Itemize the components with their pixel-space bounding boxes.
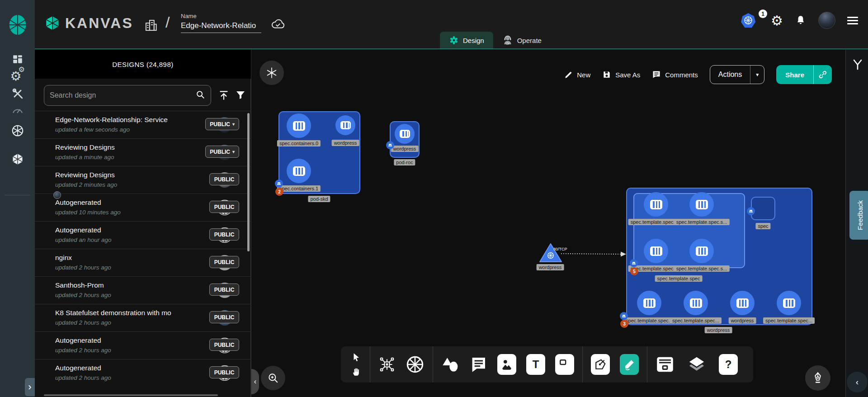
- pen-mode-button[interactable]: [805, 365, 830, 391]
- edge-arrow: [560, 249, 628, 259]
- container-node[interactable]: [644, 192, 668, 217]
- pen-tool[interactable]: [591, 354, 610, 375]
- visibility-badge[interactable]: PUBLIC ▾: [209, 201, 239, 213]
- visibility-badge[interactable]: PUBLIC ▾: [205, 118, 239, 130]
- design-name-input[interactable]: [181, 21, 261, 33]
- visibility-badge[interactable]: PUBLIC ▾: [209, 173, 239, 185]
- select-cursor-tool[interactable]: [351, 352, 361, 362]
- dashboard-icon[interactable]: [0, 53, 35, 65]
- node-group-spec[interactable]: [751, 197, 775, 220]
- configuration-tools-icon[interactable]: [0, 88, 35, 99]
- container-node[interactable]: [637, 291, 661, 315]
- canvas-menu-button[interactable]: [259, 61, 284, 85]
- group-label: pod-skd: [308, 196, 330, 202]
- designs-scrollbar-thumb[interactable]: [247, 113, 250, 251]
- designs-horizontal-scrollbar[interactable]: [44, 394, 218, 396]
- panel-collapse-handle[interactable]: ‹: [251, 369, 259, 394]
- container-node[interactable]: [684, 291, 708, 315]
- design-list-item[interactable]: Autogenerated updated an hour ago PUBLIC…: [35, 221, 251, 249]
- kanvas-brand[interactable]: KANVAS: [44, 14, 133, 32]
- notifications-bell-icon[interactable]: [795, 14, 807, 26]
- service-node-wordpress[interactable]: [538, 242, 563, 265]
- comment-tool[interactable]: [469, 355, 487, 373]
- right-rail-collapse-button[interactable]: ‹: [847, 372, 868, 392]
- tab-design[interactable]: Design: [440, 32, 493, 49]
- error-count-badge[interactable]: 3: [620, 320, 628, 328]
- design-list-item[interactable]: Reviewing Designs updated 2 minutes ago …: [35, 166, 251, 194]
- text-tool[interactable]: T: [526, 354, 545, 375]
- settings-gear-icon[interactable]: ⚙: [771, 13, 783, 28]
- container-node[interactable]: [335, 115, 355, 135]
- chevron-down-icon[interactable]: ▾: [750, 66, 764, 84]
- design-list-item[interactable]: Autogenerated updated 2 hours ago PUBLIC…: [35, 331, 251, 359]
- container-node[interactable]: [689, 192, 714, 217]
- design-list-item[interactable]: Edge-Network-Relationship: Service updat…: [35, 111, 251, 138]
- pan-hand-tool[interactable]: [351, 367, 361, 377]
- design-list-item[interactable]: nginx updated 2 hours ago PUBLIC ▾: [35, 249, 251, 276]
- components-mesh-tool[interactable]: [378, 356, 396, 373]
- design-list-item[interactable]: Reviewing Designs updated a minute ago P…: [35, 138, 251, 166]
- visibility-badge[interactable]: PUBLIC ▾: [209, 311, 239, 323]
- design-name: Autogenerated: [55, 226, 175, 234]
- copy-link-icon[interactable]: [814, 65, 832, 84]
- container-node[interactable]: [777, 291, 801, 315]
- user-avatar[interactable]: [818, 12, 835, 29]
- design-list-item[interactable]: K8 Statefulset demonstration with mo upd…: [35, 304, 251, 331]
- visibility-badge[interactable]: PUBLIC ▾: [209, 339, 239, 351]
- design-list-item[interactable]: Autogenerated updated 2 hours ago PUBLIC…: [35, 359, 251, 387]
- menu-icon[interactable]: [847, 15, 858, 26]
- visibility-badge[interactable]: PUBLIC ▾: [209, 366, 239, 378]
- organization-building-icon[interactable]: [144, 18, 158, 33]
- error-count-badge[interactable]: 2: [275, 188, 283, 196]
- visibility-badge[interactable]: PUBLIC ▾: [209, 228, 239, 241]
- design-list-item[interactable]: Santhosh-Prom updated 2 hours ago PUBLIC…: [35, 276, 251, 304]
- search-input[interactable]: [50, 91, 195, 99]
- error-count-badge[interactable]: 5: [630, 267, 638, 275]
- search-icon[interactable]: [195, 90, 205, 101]
- upload-icon[interactable]: [218, 90, 230, 103]
- visibility-badge[interactable]: PUBLIC ▾: [205, 146, 239, 158]
- container-node[interactable]: [644, 239, 668, 263]
- performance-speedometer-icon[interactable]: [0, 105, 35, 115]
- container-node[interactable]: [395, 124, 415, 144]
- collaborator-avatar: [53, 191, 61, 199]
- design-list-item[interactable]: Autogenerated updated 10 minutes ago PUB…: [35, 194, 251, 221]
- sidebar-expand-button[interactable]: ›: [25, 378, 35, 396]
- comments-button[interactable]: Comments: [652, 70, 698, 79]
- note-tool[interactable]: [555, 354, 574, 375]
- container-node[interactable]: [730, 291, 755, 315]
- container-icon: [340, 121, 351, 129]
- image-tool[interactable]: [497, 354, 516, 375]
- visibility-badge[interactable]: PUBLIC ▾: [209, 256, 239, 268]
- zoom-button[interactable]: [261, 366, 285, 390]
- merge-y-icon[interactable]: [852, 59, 863, 72]
- save-as-button[interactable]: Save As: [602, 70, 640, 79]
- container-node[interactable]: [689, 239, 714, 263]
- sidebar-divider: [5, 195, 30, 195]
- visibility-badge[interactable]: PUBLIC ▾: [209, 284, 239, 296]
- container-node[interactable]: [287, 113, 311, 138]
- design-updated-timestamp: updated an hour ago: [55, 236, 112, 243]
- layers-tool[interactable]: [687, 355, 706, 374]
- draw-freehand-tool[interactable]: [620, 354, 639, 375]
- lifecycle-gears-icon[interactable]: ⚙⚙: [0, 69, 35, 84]
- design-updated-timestamp: updated a few seconds ago: [55, 126, 130, 133]
- shapes-tool[interactable]: [441, 356, 459, 373]
- filter-icon[interactable]: [235, 90, 246, 102]
- node-label: spec.template.spec...: [623, 317, 675, 324]
- share-split-button[interactable]: Share: [776, 65, 832, 84]
- layer5-logo[interactable]: [0, 0, 35, 50]
- import-drawer-tool[interactable]: [656, 355, 675, 374]
- design-canvas[interactable]: New Save As Comments Actions ▾ Share: [251, 50, 845, 397]
- container-node[interactable]: [287, 159, 311, 183]
- new-button[interactable]: New: [564, 71, 590, 79]
- tab-operate[interactable]: Operate: [493, 32, 551, 49]
- kanvas-hexagon-icon[interactable]: [0, 153, 35, 165]
- canvas-action-bar: New Save As Comments Actions ▾ Share: [564, 65, 832, 84]
- feedback-tab[interactable]: Feedback: [849, 191, 868, 240]
- kubernetes-context-button[interactable]: 1: [741, 13, 755, 28]
- meshery-icon[interactable]: [0, 124, 35, 137]
- kubernetes-tool[interactable]: [406, 355, 425, 374]
- actions-split-button[interactable]: Actions ▾: [710, 65, 765, 84]
- help-tool[interactable]: ?: [719, 354, 738, 375]
